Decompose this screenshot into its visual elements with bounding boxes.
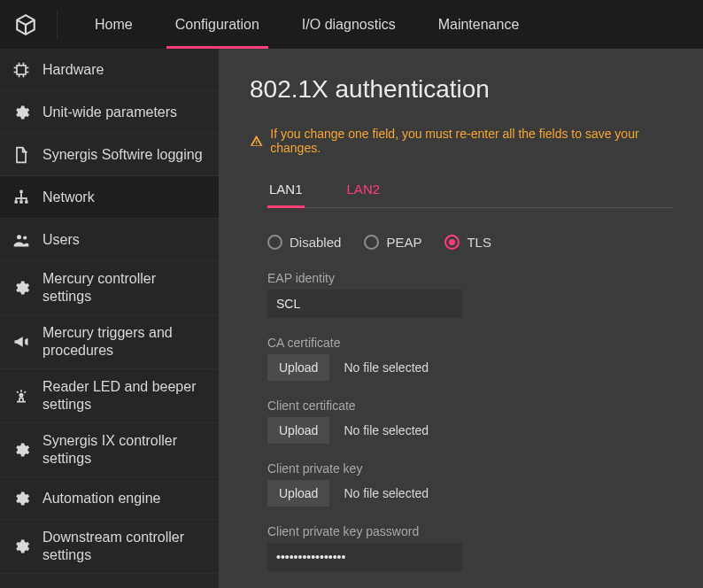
sidebar-item-downstream-controller[interactable]: Downstream controller settings [0,520,219,574]
sidebar-item-unit-wide[interactable]: Unit-wide parameters [0,91,219,134]
client-cert-status: No file selected [344,423,429,437]
svg-point-15 [17,235,21,239]
svg-point-16 [23,236,27,239]
sidebar-item-label: Synergis IX controller settings [42,432,206,468]
warning-icon [250,134,263,148]
sidebar-item-label: Network [42,189,206,206]
sidebar-item-label: Hardware [42,61,206,79]
radio-icon [267,235,282,250]
tab-lan2[interactable]: LAN2 [345,182,382,207]
topnav-maintenance[interactable]: Maintenance [417,0,541,49]
eap-identity-label: EAP identity [267,271,673,285]
radio-label: TLS [467,235,491,250]
sidebar-item-label: Users [42,231,206,249]
radio-label: PEAP [386,235,421,250]
sidebar-item-softwire-logging[interactable]: Synergis Softwire logging [0,134,219,176]
sidebar-item-automation-engine[interactable]: Automation engine [0,477,219,520]
sidebar-item-reader-led[interactable]: Reader LED and beeper settings [0,369,219,423]
radio-label: Disabled [290,235,341,250]
file-icon [12,146,30,164]
radio-disabled[interactable]: Disabled [267,235,341,250]
lan-tabs: LAN1 LAN2 [267,182,673,208]
topnav-configuration[interactable]: Configuration [154,0,281,49]
ca-cert-status: No file selected [344,360,429,375]
auth-mode-radios: Disabled PEAP TLS [267,235,673,250]
main-content: 802.1X authentication If you change one … [220,49,703,588]
client-key-password-input[interactable] [267,543,462,571]
client-key-upload-button[interactable]: Upload [267,480,329,507]
gear-icon [12,441,30,459]
sidebar-item-label: Mercury triggers and procedures [42,324,206,360]
client-cert-upload-button[interactable]: Upload [267,417,329,444]
sidebar-item-mercury-triggers[interactable]: Mercury triggers and procedures [0,315,219,369]
sidebar-item-hardware[interactable]: Hardware [0,49,219,91]
sidebar-item-synergis-ix[interactable]: Synergis IX controller settings [0,423,219,477]
gear-icon [12,104,30,121]
gear-icon [12,538,30,555]
ca-cert-upload-button[interactable]: Upload [267,354,329,381]
gear-icon [12,490,30,507]
beacon-icon [12,387,30,405]
client-key-password-label: Client private key password [267,524,673,538]
radio-peap[interactable]: PEAP [364,235,421,250]
chip-icon [12,61,30,79]
gear-icon [12,279,30,297]
svg-rect-12 [15,200,18,203]
client-cert-label: Client certificate [267,398,673,413]
svg-point-17 [19,394,22,397]
warning-banner: If you change one field, you must re-ent… [250,127,673,155]
bullhorn-icon [12,333,30,351]
sidebar-item-label: Synergis Softwire logging [42,146,206,164]
topnav-io-diagnostics[interactable]: I/O diagnostics [281,0,417,49]
svg-rect-14 [25,200,27,203]
topnav: Home Configuration I/O diagnostics Maint… [73,0,540,49]
sidebar-item-mercury-controller[interactable]: Mercury controller settings [0,261,219,315]
svg-rect-13 [19,200,22,203]
radio-tls[interactable]: TLS [444,235,491,250]
users-icon [12,231,30,249]
svg-rect-2 [17,66,26,74]
divider [57,10,58,40]
eap-identity-input[interactable] [267,290,462,318]
app-logo-icon [14,13,37,36]
sidebar-item-users[interactable]: Users [0,219,219,261]
topnav-home[interactable]: Home [73,0,154,49]
radio-icon [444,235,460,250]
sidebar: Hardware Unit-wide parameters Synergis S… [0,49,220,588]
svg-rect-11 [19,190,22,192]
sidebar-item-label: Mercury controller settings [42,270,206,306]
topbar: Home Configuration I/O diagnostics Maint… [0,0,703,49]
client-key-label: Client private key [267,461,673,476]
sidebar-item-label: Automation engine [42,490,206,507]
sidebar-item-label: Downstream controller settings [42,529,206,564]
tab-lan1[interactable]: LAN1 [267,182,305,208]
sitemap-icon [12,189,30,206]
page-title: 802.1X authentication [250,75,673,104]
sidebar-item-label: Reader LED and beeper settings [42,378,206,414]
radio-icon [364,235,379,250]
sidebar-item-network[interactable]: Network [0,176,219,219]
sidebar-item-label: Unit-wide parameters [42,104,206,121]
warning-text: If you change one field, you must re-ent… [270,127,673,155]
ca-cert-label: CA certificate [267,336,673,350]
client-key-status: No file selected [344,486,429,500]
